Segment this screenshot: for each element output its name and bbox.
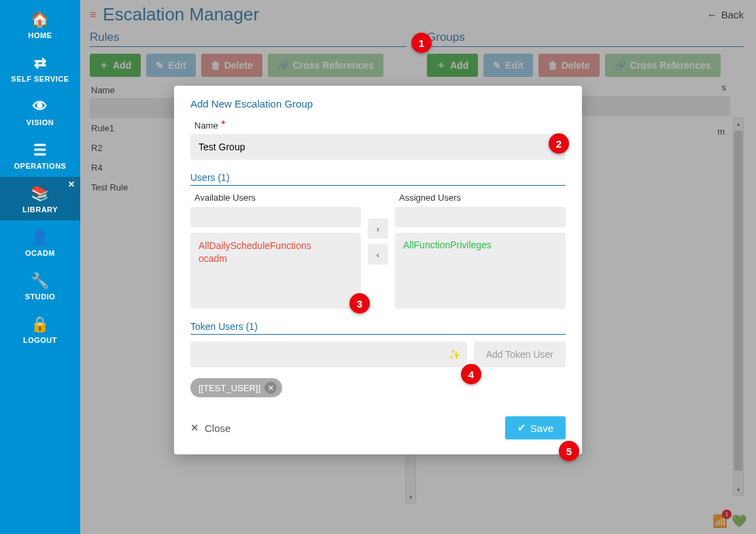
available-users-filter[interactable] xyxy=(190,207,361,227)
token-user-input[interactable] xyxy=(190,341,467,367)
available-user-item[interactable]: ocadm xyxy=(199,252,353,265)
nav-ocadm[interactable]: 👤OCADM xyxy=(0,220,80,264)
add-group-modal: Add New Escalation Group Name * Users (1… xyxy=(174,86,582,454)
close-tab-icon[interactable]: ✕ xyxy=(68,180,75,189)
move-right-button[interactable]: › xyxy=(368,218,388,239)
callout-badge-1: 1 xyxy=(411,33,432,53)
list-icon: ☰ xyxy=(0,141,80,159)
users-section-head: Users (1) xyxy=(190,172,566,186)
assigned-users-filter[interactable] xyxy=(395,207,566,227)
nav-operations[interactable]: ☰OPERATIONS xyxy=(0,133,80,177)
callout-badge-3: 3 xyxy=(349,293,370,314)
available-user-item[interactable]: AllDailyScheduleFunctions xyxy=(199,239,353,252)
nav-logout[interactable]: 🔒LOGOUT xyxy=(0,307,80,351)
nav-label: LIBRARY xyxy=(22,205,58,214)
nav-label: OPERATIONS xyxy=(14,162,67,170)
modal-title: Add New Escalation Group xyxy=(190,98,566,110)
sidebar: 🏠HOME ⇄SELF SERVICE 👁VISION ☰OPERATIONS … xyxy=(0,0,80,534)
move-left-button[interactable]: ‹ xyxy=(368,244,388,265)
token-chip-label: [[TEST_USER]] xyxy=(199,383,260,393)
close-icon: ✕ xyxy=(190,422,199,434)
nav-home[interactable]: 🏠HOME xyxy=(0,3,80,46)
nav-label: OCADM xyxy=(25,249,55,257)
available-users-box[interactable]: AllDailyScheduleFunctions ocadm xyxy=(190,233,361,309)
token-chip: [[TEST_USER]] ✕ xyxy=(190,378,282,397)
nav-vision[interactable]: 👁VISION xyxy=(0,90,80,133)
check-icon: ✔ xyxy=(517,422,526,434)
save-label: Save xyxy=(530,422,553,434)
nav-label: HOME xyxy=(29,31,52,39)
home-icon: 🏠 xyxy=(0,11,80,29)
nav-library[interactable]: ✕📚LIBRARY xyxy=(0,177,80,220)
assigned-users-box[interactable]: AllFunctionPrivileges xyxy=(395,233,566,309)
lock-icon: 🔒 xyxy=(0,316,80,333)
callout-badge-2: 2 xyxy=(549,133,569,154)
assigned-users-label: Assigned Users xyxy=(399,193,566,203)
nav-label: STUDIO xyxy=(25,293,56,301)
wrench-icon: 🔧 xyxy=(0,272,80,290)
swap-icon: ⇄ xyxy=(0,54,80,72)
add-token-user-button[interactable]: Add Token User xyxy=(474,341,566,367)
user-icon: 👤 xyxy=(0,229,80,246)
assigned-user-item[interactable]: AllFunctionPrivileges xyxy=(403,239,557,250)
magic-wand-icon[interactable]: ✨ xyxy=(449,349,460,360)
save-button[interactable]: ✔Save xyxy=(505,416,566,439)
callout-badge-5: 5 xyxy=(559,441,579,461)
nav-label: VISION xyxy=(27,118,54,127)
close-button[interactable]: ✕Close xyxy=(190,422,230,434)
required-icon: * xyxy=(221,119,225,131)
token-users-head: Token Users (1) xyxy=(190,321,566,335)
remove-chip-icon[interactable]: ✕ xyxy=(264,382,277,394)
nav-label: LOGOUT xyxy=(23,336,57,344)
eye-icon: 👁 xyxy=(0,98,80,116)
group-name-input[interactable] xyxy=(190,134,566,160)
nav-studio[interactable]: 🔧STUDIO xyxy=(0,264,80,307)
name-label: Name xyxy=(194,120,218,131)
available-users-label: Available Users xyxy=(194,193,361,203)
nav-self-service[interactable]: ⇄SELF SERVICE xyxy=(0,46,80,90)
users-dual-list: Available Users AllDailyScheduleFunction… xyxy=(190,193,566,309)
nav-label: SELF SERVICE xyxy=(11,75,69,83)
close-label: Close xyxy=(205,422,230,434)
callout-badge-4: 4 xyxy=(461,364,481,384)
